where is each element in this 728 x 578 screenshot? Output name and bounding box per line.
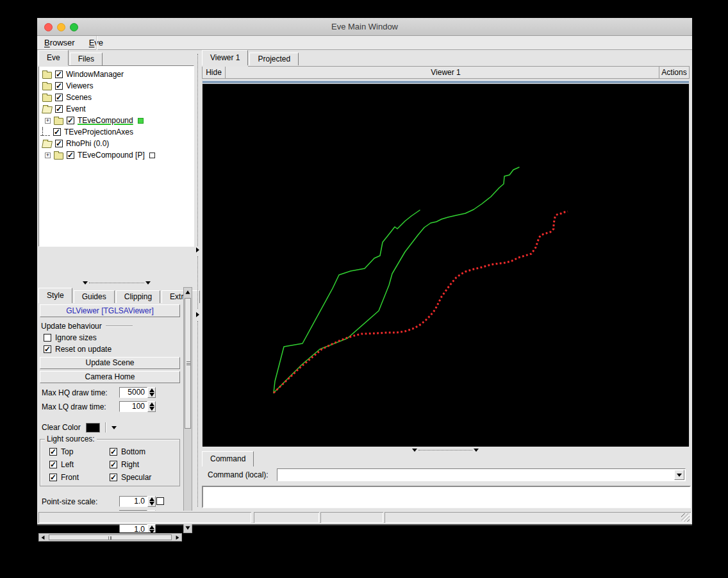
tree-item-label[interactable]: Viewers bbox=[66, 81, 93, 90]
zoom-button[interactable] bbox=[70, 23, 78, 31]
eve-main-window: Eve Main Window BrowserEve EveFiles Wind… bbox=[37, 18, 692, 525]
spin-down-icon[interactable] bbox=[149, 407, 154, 411]
green-track-left bbox=[274, 210, 420, 393]
spinner-value[interactable]: 1.0 bbox=[119, 496, 147, 507]
checkbox[interactable] bbox=[49, 474, 57, 481]
scroll-left-icon[interactable] bbox=[39, 534, 47, 541]
spin-down-icon[interactable] bbox=[149, 530, 154, 533]
actions-button[interactable]: Actions bbox=[659, 67, 689, 78]
light-left[interactable]: Left bbox=[49, 458, 110, 471]
command-dropdown-button[interactable] bbox=[674, 470, 684, 480]
spinner-value[interactable]: 1.0 bbox=[119, 524, 147, 533]
checkbox[interactable] bbox=[44, 345, 51, 353]
spinner-value[interactable]: 5000 bbox=[119, 387, 147, 398]
option-reset-on-update[interactable]: Reset on update bbox=[44, 344, 112, 354]
command-input[interactable] bbox=[277, 468, 686, 481]
expand-icon[interactable]: + bbox=[45, 118, 51, 124]
folder-open-icon bbox=[42, 106, 53, 113]
minimize-button[interactable] bbox=[57, 23, 65, 31]
tree-item-label[interactable]: Event bbox=[66, 104, 86, 113]
tree-item-tevecompound[interactable]: +TEveCompound bbox=[39, 115, 194, 126]
tree-item-tevecompound-p[interactable]: +TEveCompound [P] bbox=[39, 149, 194, 161]
clear-color-dropdown-icon[interactable] bbox=[112, 426, 117, 429]
editor-tab-guides[interactable]: Guides bbox=[74, 290, 115, 303]
hide-button[interactable]: Hide bbox=[203, 67, 226, 78]
tree-item-label[interactable]: Scenes bbox=[66, 93, 92, 102]
checkbox[interactable] bbox=[49, 448, 57, 456]
scrollbar-thumb[interactable] bbox=[49, 534, 172, 540]
tree-item-checkbox[interactable] bbox=[67, 151, 74, 159]
browser-tab-files[interactable]: Files bbox=[70, 53, 103, 65]
spin-up-icon[interactable] bbox=[149, 388, 154, 392]
editor-tab-style[interactable]: Style bbox=[38, 288, 72, 303]
glviewer-object-button[interactable]: GLViewer [TGLSAViewer] bbox=[40, 304, 180, 317]
tree-item-checkbox[interactable] bbox=[67, 117, 74, 124]
tree-item-teveprojectionaxes[interactable]: TEveProjectionAxes bbox=[39, 126, 194, 138]
tree-item-checkbox[interactable] bbox=[53, 128, 61, 136]
style-tab-content: GLViewer [TGLSAViewer] Update behaviour … bbox=[38, 303, 182, 533]
checkbox[interactable] bbox=[49, 461, 57, 468]
tree-item-rhophi-0-0[interactable]: RhoPhi (0.0) bbox=[39, 138, 194, 149]
tree-item-label[interactable]: RhoPhi (0.0) bbox=[66, 139, 109, 148]
spin-up-icon[interactable] bbox=[149, 497, 154, 501]
spin-down-icon[interactable] bbox=[149, 393, 154, 397]
spin-up-icon[interactable] bbox=[149, 402, 154, 406]
spin-up-icon[interactable] bbox=[149, 525, 154, 529]
close-button[interactable] bbox=[44, 23, 53, 31]
tree-item-event[interactable]: Event bbox=[39, 103, 194, 115]
light-top[interactable]: Top bbox=[49, 445, 110, 458]
spinner-value[interactable]: 100 bbox=[119, 401, 147, 412]
update-scene-button[interactable]: Update Scene bbox=[40, 357, 180, 369]
tree-item-label[interactable]: TEveCompound bbox=[78, 116, 133, 125]
checkbox[interactable] bbox=[44, 334, 51, 342]
tree-item-label[interactable]: TEveProjectionAxes bbox=[64, 128, 133, 136]
scrollbar-thumb[interactable] bbox=[185, 298, 191, 429]
light-right[interactable]: Right bbox=[110, 458, 170, 471]
tree-item-viewers[interactable]: Viewers bbox=[39, 80, 194, 92]
clear-color-swatch[interactable] bbox=[86, 423, 100, 433]
editor-tab-clipping[interactable]: Clipping bbox=[116, 290, 160, 303]
browser-tab-eve[interactable]: Eve bbox=[38, 50, 69, 65]
resize-grip[interactable] bbox=[681, 513, 690, 522]
viewer-accent-strip bbox=[203, 80, 689, 83]
command-tab-command[interactable]: Command bbox=[202, 451, 254, 467]
gl-canvas[interactable] bbox=[203, 84, 689, 447]
tree-item-checkbox[interactable] bbox=[55, 82, 63, 90]
camera-home-button[interactable]: Camera Home bbox=[40, 371, 180, 383]
viewer-tab-projected[interactable]: Projected bbox=[249, 53, 299, 65]
viewer-tab-viewer-1[interactable]: Viewer 1 bbox=[202, 50, 248, 65]
spinner-buttons bbox=[147, 496, 156, 507]
checkbox[interactable] bbox=[110, 461, 117, 468]
command-local-label: Command (local): bbox=[208, 470, 269, 479]
spin-down-icon[interactable] bbox=[149, 502, 154, 506]
light-bottom[interactable]: Bottom bbox=[110, 445, 170, 458]
checkbox[interactable] bbox=[156, 497, 164, 505]
tree-item-checkbox[interactable] bbox=[55, 70, 63, 78]
tree-style-splitter[interactable] bbox=[83, 281, 151, 285]
spinner-buttons bbox=[147, 387, 156, 398]
tree-item-label[interactable]: WindowManager bbox=[66, 70, 124, 79]
editor-horizontal-scrollbar[interactable] bbox=[38, 533, 182, 541]
checkbox[interactable] bbox=[110, 448, 117, 456]
tree-item-windowmanager[interactable]: WindowManager bbox=[39, 69, 194, 80]
editor-vertical-scrollbar[interactable] bbox=[183, 287, 192, 533]
light-front[interactable]: Front bbox=[49, 471, 110, 484]
viewer-command-splitter[interactable] bbox=[412, 449, 479, 452]
light-specular[interactable]: Specular bbox=[110, 471, 170, 484]
tree-item-label[interactable]: TEveCompound [P] bbox=[78, 151, 145, 160]
light-label: Right bbox=[121, 460, 139, 469]
tree-item-scenes[interactable]: Scenes bbox=[39, 92, 194, 103]
panel-splitter[interactable] bbox=[195, 50, 201, 511]
expand-icon[interactable]: + bbox=[45, 153, 51, 158]
max-hq-draw-time-row: Max HQ draw time:5000 bbox=[38, 387, 182, 400]
scroll-up-icon[interactable] bbox=[184, 288, 192, 296]
tree-item-checkbox[interactable] bbox=[55, 94, 63, 101]
scroll-right-icon[interactable] bbox=[174, 534, 181, 541]
scroll-down-icon[interactable] bbox=[184, 524, 192, 532]
option-ignore-sizes[interactable]: Ignore sizes bbox=[44, 333, 97, 343]
checkbox[interactable] bbox=[110, 474, 117, 481]
tree-item-checkbox[interactable] bbox=[55, 140, 63, 147]
editor-tab-extras[interactable]: Extras bbox=[161, 290, 200, 303]
menu-browser[interactable]: Browser bbox=[37, 36, 82, 50]
tree-item-checkbox[interactable] bbox=[55, 105, 63, 113]
